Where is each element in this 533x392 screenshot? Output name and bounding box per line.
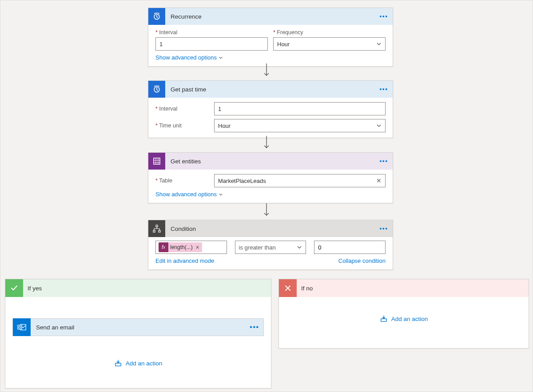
interval-input[interactable]: 1 <box>155 37 268 51</box>
if-yes-add-action-button[interactable]: Add an action <box>12 359 264 367</box>
chevron-down-icon <box>376 41 382 47</box>
get-past-time-title: Get past time <box>165 86 375 93</box>
send-email-card[interactable]: Send an email ••• <box>12 318 264 336</box>
recurrence-title: Recurrence <box>165 13 375 20</box>
flow-arrow-icon <box>263 135 270 153</box>
chevron-down-icon <box>219 192 223 197</box>
svg-rect-2 <box>154 158 160 164</box>
chevron-down-icon <box>376 123 382 128</box>
fx-icon: fx <box>159 242 168 252</box>
interval-label: * Interval <box>155 29 268 36</box>
table-label: * Table <box>155 178 209 184</box>
chevron-down-icon <box>297 245 302 250</box>
condition-card: Condition ••• fx length(...) ✕ is greate… <box>148 220 393 270</box>
collapse-condition-link[interactable]: Collapse condition <box>338 257 386 264</box>
frequency-label: * Frequency <box>273 29 386 36</box>
svg-rect-4 <box>153 230 155 232</box>
svg-rect-7 <box>18 325 22 329</box>
recurrence-card: Recurrence ••• * Interval 1 * Frequency … <box>148 8 393 67</box>
gpt-interval-label: * Interval <box>155 106 209 112</box>
add-action-icon <box>114 359 122 367</box>
table-icon <box>148 153 165 170</box>
flow-arrow-icon <box>263 202 270 220</box>
condition-icon <box>148 220 165 237</box>
get-past-time-card: Get past time ••• * Interval 1 * Time un… <box>148 80 393 138</box>
condition-more-button[interactable]: ••• <box>375 225 393 232</box>
table-input[interactable]: MarketPlaceLeads ✕ <box>214 174 386 187</box>
get-entities-card: Get entities ••• * Table MarketPlaceLead… <box>148 152 393 203</box>
svg-rect-5 <box>159 230 160 232</box>
svg-rect-9 <box>115 363 121 366</box>
flow-arrow-icon <box>263 63 270 80</box>
svg-rect-3 <box>156 225 158 227</box>
gpt-timeunit-label: * Time unit <box>155 123 209 129</box>
get-entities-more-button[interactable]: ••• <box>375 158 393 165</box>
condition-rhs-input[interactable]: 0 <box>314 241 386 254</box>
recurrence-advanced-link[interactable]: Show advanced options <box>155 54 223 61</box>
close-icon <box>279 279 297 297</box>
if-no-add-action-button[interactable]: Add an action <box>286 315 521 323</box>
fx-chip[interactable]: fx length(...) ✕ <box>159 242 202 252</box>
frequency-select[interactable]: Hour <box>273 37 386 51</box>
clock-icon <box>148 81 165 98</box>
if-yes-title: If yes <box>23 285 46 292</box>
if-no-branch: If no Add an action <box>278 279 529 348</box>
svg-rect-10 <box>381 319 386 321</box>
get-past-time-more-button[interactable]: ••• <box>375 86 393 93</box>
edit-advanced-mode-link[interactable]: Edit in advanced mode <box>155 257 214 264</box>
get-entities-title: Get entities <box>165 158 375 165</box>
clear-icon[interactable]: ✕ <box>376 177 382 184</box>
clock-icon <box>148 8 165 25</box>
if-yes-branch: If yes Send an email ••• Add an action <box>5 279 271 388</box>
chip-remove-icon[interactable]: ✕ <box>195 245 199 250</box>
gpt-timeunit-select[interactable]: Hour <box>214 119 386 132</box>
check-icon <box>5 279 23 297</box>
send-email-title: Send an email <box>31 324 246 331</box>
condition-lhs-input[interactable]: fx length(...) ✕ <box>155 241 227 254</box>
condition-title: Condition <box>165 226 375 232</box>
gpt-interval-input[interactable]: 1 <box>214 102 386 115</box>
recurrence-more-button[interactable]: ••• <box>375 13 393 20</box>
if-no-title: If no <box>297 285 317 292</box>
add-action-icon <box>380 315 388 323</box>
send-email-more-button[interactable]: ••• <box>246 323 263 331</box>
condition-operator-select[interactable]: is greater than <box>235 241 306 254</box>
entities-advanced-link[interactable]: Show advanced options <box>155 191 223 198</box>
chevron-down-icon <box>219 55 223 60</box>
outlook-icon <box>13 318 31 336</box>
